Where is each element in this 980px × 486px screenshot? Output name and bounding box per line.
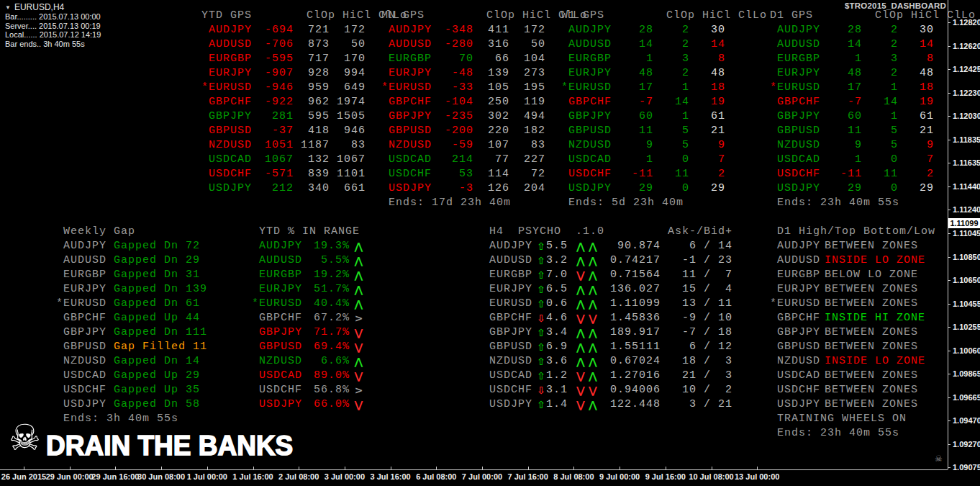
header-row: D1 High/Top Bottom/Low [770,225,935,239]
pair-label: GBPJPY [63,325,108,340]
time-tick [573,467,574,469]
table-row: GBPCHF-104250119 [381,95,587,109]
table-row: USDCHF56.8%> [252,383,368,397]
price-tick [948,233,950,234]
value-cell: 11 [613,124,653,138]
table-row: GBPJPY60161 [770,109,976,124]
price-tick-label: 1.09470 [953,416,980,425]
value-cell: 7 [898,153,934,167]
value-cell: 21 [689,124,725,138]
bar-ends-label: Bar ends.. 3h 40m 55s [5,40,101,49]
down-chevron-icon: ⋁ [575,268,587,282]
value-cell: 126 [473,181,509,196]
down-chevron-icon: ⋁ [350,397,368,412]
value-cell: 19 [689,95,725,109]
symbol-selector[interactable]: ▼EURUSD,H4 [5,3,101,12]
up-chevron-icon: ⋀ [587,268,599,282]
active-symbol-star: * [561,81,568,95]
table-row: NZDUSD959 [770,138,976,153]
pair-label: USDCAD [389,153,433,167]
table-title: H4 PSYCHO .1.0 [489,225,663,239]
pair-label: NZDUSD [568,138,613,153]
ask-bid-value: 13 / 11 [661,297,732,311]
down-chevron-icon: ⋁ [350,369,368,383]
table-row: GBPJPY2815951505 [201,109,407,124]
ask-bid-value: 21 / 3 [661,369,732,383]
table-row: AUDJPY-348411172 [381,23,587,37]
value-cell: 14 [862,95,898,109]
value-cell: 17 [613,81,653,95]
zone-status: BETWEEN ZONES [822,397,918,412]
value-cell: 302 [473,109,509,124]
price-tick [948,280,950,281]
value-cell: 316 [473,37,509,52]
table-row: EURJPY⇧6.5⋀⋀136.02715 / 4 [489,282,732,297]
table-row: NZDUSD⇧3.6⋀⋀0.6702418 / 3 [489,354,732,369]
percent-value: 6.6% [304,354,350,369]
value-cell: 83 [330,138,366,153]
d1-gps-table: D1 GPSClOpHiClClLoAUDJPY28230AUDUSD14214… [770,9,976,210]
value-cell: 9 [898,138,934,153]
pair-label: EURUSD [777,81,822,95]
down-chevron-icon: ⋁ [575,311,587,325]
table-row: GBPUSDGap Filled 11 [56,340,207,354]
table-row: USDCHFGapped Up 35 [56,383,207,397]
table-row: USDCADGapped Up 29 [56,369,207,383]
ask-bid-value: 6 / 12 [661,340,732,354]
price-tick-label: 1.10850 [953,253,980,261]
value-cell: 50 [509,37,545,52]
table-row: EURGBP19.2%⋀ [252,268,368,282]
value-cell: -11 [822,167,862,181]
down-arrow-icon: ⇩ [537,383,546,397]
pair-label: AUDUSD [777,253,822,268]
value-cell: 9 [613,138,653,153]
pair-label: NZDUSD [209,138,253,153]
pair-label: AUDJPY [209,23,253,37]
time-tick [115,467,116,469]
table-row: GBPJPY71.7%⋁ [252,325,368,340]
value-cell: 1067 [253,153,294,167]
header-row: W1 GPSClOpHiClClLo [561,9,767,23]
value-cell: 220 [473,124,509,138]
header-row: D1 GPSClOpHiClClLo [770,9,976,23]
table-title: YTD % IN RANGE [259,225,360,239]
price-tick-label: 1.09270 [953,440,980,449]
table-row: *EURUSD-33105195 [381,81,587,95]
pair-label: USDCHF [489,383,537,397]
table-row: GBPUSD11521 [770,124,976,138]
value-cell: 661 [330,181,366,196]
price-tick-label: 1.11635 [953,158,980,167]
value-cell: 72 [509,167,545,181]
price-tick-label: 1.09075 [953,463,980,472]
value-cell: 172 [509,23,545,37]
value-cell: 494 [509,109,545,124]
value-cell: 340 [294,181,330,196]
table-row: AUDJPY28230 [561,23,767,37]
table-row: AUDJPY28230 [770,23,976,37]
ask-bid-value: 10 / 2 [661,383,732,397]
value-cell: 962 [294,95,330,109]
up-chevron-icon: ⋀ [575,325,587,340]
value-cell: 139 [473,66,509,81]
table-row: GBPCHFGapped Up 44 [56,311,207,325]
table-row: GBPJPYGapped Dn 111 [56,325,207,340]
table-row: GBPJPY60161 [561,109,767,124]
value-cell: 8 [898,52,934,66]
value-cell: 9 [822,138,862,153]
table-row: USDCHF-11112 [770,167,976,181]
value-cell: 717 [294,52,330,66]
down-chevron-icon: ⋁ [575,369,587,383]
value-cell: 29 [689,181,725,196]
w1-gps-table: W1 GPSClOpHiClClLoAUDJPY28230AUDUSD14214… [561,9,767,210]
value-cell: 48 [613,66,653,81]
table-row: GBPUSD-37418946 [201,124,407,138]
time-tick-label: 29 Jun 16:00 [91,472,139,481]
value-cell: 204 [509,181,545,196]
header-row: YTD GPSClOpHiClClLo [201,9,407,23]
percent-value: 89.0% [304,369,350,383]
psycho-value: 1.2 [546,369,575,383]
pair-label: AUDJPY [568,23,613,37]
value-cell: 50 [330,37,366,52]
price-tick [948,22,950,23]
price-tick-label: 1.11835 [953,135,980,144]
